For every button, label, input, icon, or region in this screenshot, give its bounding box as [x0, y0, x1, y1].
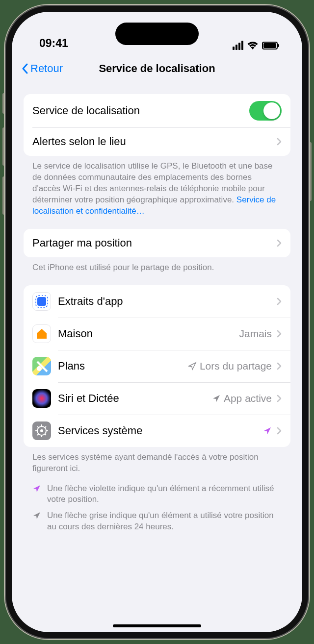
svg-point-4 [40, 429, 43, 432]
svg-line-12 [45, 426, 46, 428]
alerts-label: Alertes selon le lieu [32, 135, 272, 148]
row-system-services[interactable]: Services système [24, 415, 290, 447]
group-share: Partager ma position [24, 229, 290, 257]
siri-icon [32, 389, 51, 408]
back-button[interactable]: Retour [22, 62, 63, 75]
chevron-right-icon [277, 297, 282, 305]
iphone-frame: 09:41 Retour Service de localisation Ser… [5, 5, 309, 639]
location-arrow-outline-icon [188, 362, 197, 371]
location-arrow-gray-icon [32, 511, 41, 520]
app-label: Extraits d'app [58, 295, 272, 308]
footer-share: Cet iPhone est utilisé pour le partage d… [24, 257, 290, 273]
row-home[interactable]: Maison Jamais [24, 318, 290, 350]
toggle-label: Service de localisation [32, 104, 249, 117]
content-scroll[interactable]: Service de localisation Alertes selon le… [12, 82, 302, 632]
group-main: Service de localisation Alertes selon le… [24, 94, 290, 156]
chevron-right-icon [277, 138, 282, 146]
svg-line-9 [37, 426, 39, 428]
legend: Une flèche violette indique qu'un élémen… [24, 474, 290, 533]
share-label: Partager ma position [32, 237, 272, 249]
location-toggle[interactable] [249, 101, 282, 121]
battery-icon [262, 42, 278, 50]
chevron-left-icon [22, 63, 28, 74]
row-location-toggle[interactable]: Service de localisation [24, 94, 290, 127]
location-arrow-gray-icon [212, 394, 221, 403]
app-value: Jamais [239, 328, 272, 340]
chevron-right-icon [277, 362, 282, 370]
app-label: Plans [58, 360, 188, 372]
gear-icon [32, 421, 51, 440]
status-time: 09:41 [39, 37, 68, 50]
nav-bar: Retour Service de localisation [12, 55, 302, 82]
cellular-icon [233, 41, 243, 50]
row-app-clips[interactable]: Extraits d'app [24, 285, 290, 318]
footer-apps: Les services système ayant demandé l'acc… [24, 447, 290, 474]
chevron-right-icon [277, 239, 282, 247]
maps-icon [32, 357, 51, 375]
chevron-right-icon [277, 427, 282, 435]
app-clips-icon [32, 292, 51, 311]
group-apps: Extraits d'app Maison Jamais Plans [24, 285, 290, 447]
legend-gray: Une flèche grise indique qu'un élément a… [32, 510, 282, 533]
home-indicator[interactable] [113, 624, 201, 627]
legend-purple: Une flèche violette indique qu'un élémen… [32, 483, 282, 506]
page-title: Service de localisation [99, 62, 215, 75]
screen: 09:41 Retour Service de localisation Ser… [12, 12, 302, 632]
back-label: Retour [30, 62, 63, 75]
row-alerts[interactable]: Alertes selon le lieu [24, 127, 290, 156]
app-value: App active [224, 393, 272, 404]
app-label: Siri et Dictée [58, 392, 212, 405]
location-arrow-purple-icon [263, 426, 272, 435]
chevron-right-icon [277, 330, 282, 338]
svg-line-10 [45, 434, 46, 435]
app-label: Services système [58, 424, 263, 437]
svg-point-2 [37, 366, 42, 371]
row-maps[interactable]: Plans Lors du partage [24, 350, 290, 382]
wifi-icon [247, 42, 258, 50]
home-icon [32, 324, 51, 343]
app-label: Maison [58, 327, 239, 340]
dynamic-island [115, 23, 199, 45]
svg-line-11 [37, 434, 39, 435]
app-value: Lors du partage [200, 360, 272, 372]
chevron-right-icon [277, 395, 282, 402]
svg-rect-0 [37, 297, 46, 306]
row-siri[interactable]: Siri et Dictée App active [24, 382, 290, 415]
location-arrow-purple-icon [32, 484, 41, 493]
row-share-location[interactable]: Partager ma position [24, 229, 290, 257]
footer-main: Le service de localisation utilise le GP… [24, 156, 290, 217]
